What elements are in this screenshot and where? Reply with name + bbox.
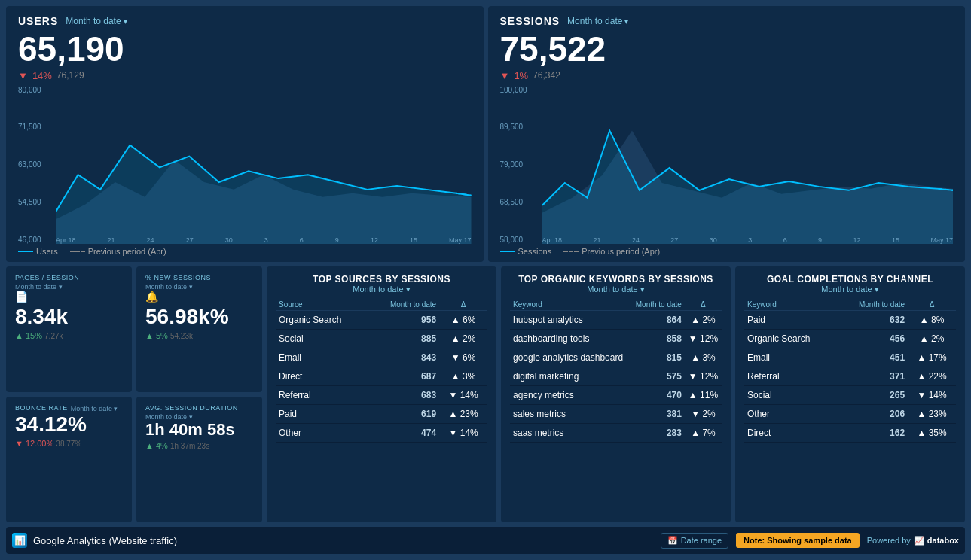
sessions-y5: 100,000 <box>500 86 541 94</box>
table-row: Organic Search 956 ▲ 6% <box>276 311 487 330</box>
sessions-x5: 30 <box>710 236 717 244</box>
sources-col-source: Source <box>276 299 369 311</box>
users-y5: 80,000 <box>18 86 53 94</box>
row-name: Organic Search <box>276 311 369 330</box>
row-name: dashboarding tools <box>510 330 631 348</box>
bounce-down-arrow: ▼ <box>15 439 26 448</box>
users-y2: 54,500 <box>18 198 53 206</box>
table-row: dashboarding tools 858 ▼ 12% <box>510 330 722 348</box>
users-x8: 9 <box>335 236 339 244</box>
row-name: Direct <box>276 367 369 386</box>
row-delta: ▲ 3% <box>439 367 487 386</box>
row-delta: ▼ 12% <box>685 367 722 386</box>
row-delta: ▲ 2% <box>685 311 722 330</box>
sessions-x11: May 17 <box>930 236 953 244</box>
bounce-rate-label: BOUNCE RATE <box>15 404 68 412</box>
users-header: USERS Month to date <box>18 15 472 27</box>
table-row: hubspot analytics 864 ▲ 2% <box>510 311 722 330</box>
table-row: Social 265 ▼ 14% <box>744 386 956 405</box>
date-range-button[interactable]: 📅 Date range <box>661 533 728 549</box>
dashboard: USERS Month to date 65,190 ▼ 14% 76,129 … <box>0 0 971 560</box>
goal-completions-period[interactable]: Month to date <box>744 285 956 294</box>
new-sessions-period[interactable]: Month to date <box>145 283 253 291</box>
users-legend-prev-line <box>70 251 85 252</box>
table-row: Other 206 ▲ 23% <box>744 405 956 424</box>
users-x1: Apr 18 <box>56 236 76 244</box>
users-change: ▼ 14% 76,129 <box>18 70 472 81</box>
new-sessions-change: ▲ 5% 54.23k <box>145 331 253 340</box>
row-name: Referral <box>744 367 838 386</box>
row-name: agency metrics <box>510 386 631 405</box>
sessions-chart-area: 100,000 89,500 79,000 68,500 58,000 Apr … <box>500 86 954 244</box>
row-name: Email <box>744 348 838 367</box>
app-logo-icon: 📊 <box>12 533 27 548</box>
users-period-selector[interactable]: Month to date <box>66 16 127 26</box>
table-row: Direct 162 ▲ 35% <box>744 424 956 443</box>
sessions-x6: 3 <box>748 236 752 244</box>
row-delta: ▼ 2% <box>685 405 722 424</box>
new-sessions-value: 56.98k% <box>145 306 253 329</box>
bounce-rate-period[interactable]: Month to date <box>71 405 118 412</box>
app-name: Google Analytics (Website traffic) <box>33 535 177 546</box>
row-delta: ▲ 2% <box>439 330 487 348</box>
bell-icon: 🔔 <box>145 291 253 303</box>
footer-left: 📊 Google Analytics (Website traffic) <box>12 533 177 548</box>
sources-col-value: Month to date <box>369 299 440 311</box>
table-row: Paid 632 ▲ 8% <box>744 311 956 330</box>
row-delta: ▼ 6% <box>439 348 487 367</box>
row-name: Direct <box>744 424 838 443</box>
row-name: Email <box>276 348 369 367</box>
table-row: Email 843 ▼ 6% <box>276 348 487 367</box>
sources-col-delta: Δ <box>439 299 487 311</box>
users-x11: May 17 <box>449 236 472 244</box>
top-keywords-table: Keyword Month to date Δ hubspot analytic… <box>510 299 722 443</box>
row-value: 885 <box>369 330 440 348</box>
users-legend-current: Users <box>18 247 58 256</box>
top-sources-period[interactable]: Month to date <box>276 285 487 294</box>
row-value: 283 <box>631 424 685 443</box>
sessions-header: SESSIONS Month to date <box>500 15 954 27</box>
row-delta: ▲ 3% <box>685 348 722 367</box>
sessions-legend-line <box>500 251 515 252</box>
row-name: Social <box>276 330 369 348</box>
row-name: Other <box>744 405 838 424</box>
row-name: Social <box>744 386 838 405</box>
table-row: sales metrics 381 ▼ 2% <box>510 405 722 424</box>
row-delta: ▼ 14% <box>439 424 487 443</box>
table-row: saas metrics 283 ▲ 7% <box>510 424 722 443</box>
pages-per-session-period[interactable]: Month to date <box>15 283 123 291</box>
users-title: USERS <box>18 15 58 27</box>
goal-completions-panel: GOAL COMPLETIONS BY CHANNEL Month to dat… <box>735 266 965 522</box>
users-legend-line <box>18 251 33 252</box>
row-name: saas metrics <box>510 424 631 443</box>
bounce-rate-change: ▼ 12.00% 38.77% <box>15 439 123 448</box>
sessions-period-selector[interactable]: Month to date <box>567 16 628 26</box>
sample-data-button[interactable]: Note: Showing sample data <box>736 533 860 548</box>
svg-marker-1 <box>56 145 472 244</box>
row-value: 864 <box>631 311 685 330</box>
row-value: 162 <box>838 424 908 443</box>
top-keywords-period[interactable]: Month to date <box>510 285 722 294</box>
row-delta: ▲ 22% <box>908 367 956 386</box>
row-delta: ▼ 14% <box>439 386 487 405</box>
pages-per-session-card: PAGES / SESSION Month to date 📄 8.34k ▲ … <box>6 266 132 392</box>
top-keywords-panel: TOP ORGANIC KEYWORDS BY SESSIONS Month t… <box>501 266 731 522</box>
top-keywords-title: TOP ORGANIC KEYWORDS BY SESSIONS <box>510 274 722 285</box>
goal-completions-title: GOAL COMPLETIONS BY CHANNEL <box>744 274 956 285</box>
row-value: 815 <box>631 348 685 367</box>
row-value: 470 <box>631 386 685 405</box>
footer: 📊 Google Analytics (Website traffic) 📅 D… <box>6 527 965 554</box>
row-delta: ▼ 12% <box>685 330 722 348</box>
sessions-change: ▼ 1% 76,342 <box>500 70 954 81</box>
row-delta: ▲ 11% <box>685 386 722 405</box>
row-name: Paid <box>276 405 369 424</box>
row-value: 265 <box>838 386 908 405</box>
row-delta: ▲ 23% <box>908 405 956 424</box>
pages-per-session-change: ▲ 15% 7.27k <box>15 331 123 340</box>
row-value: 451 <box>838 348 908 367</box>
table-row: Paid 619 ▲ 23% <box>276 405 487 424</box>
row-value: 683 <box>369 386 440 405</box>
table-row: Referral 683 ▼ 14% <box>276 386 487 405</box>
avg-session-value: 1h 40m 58s <box>145 421 253 439</box>
sessions-chart-svg <box>542 86 954 244</box>
